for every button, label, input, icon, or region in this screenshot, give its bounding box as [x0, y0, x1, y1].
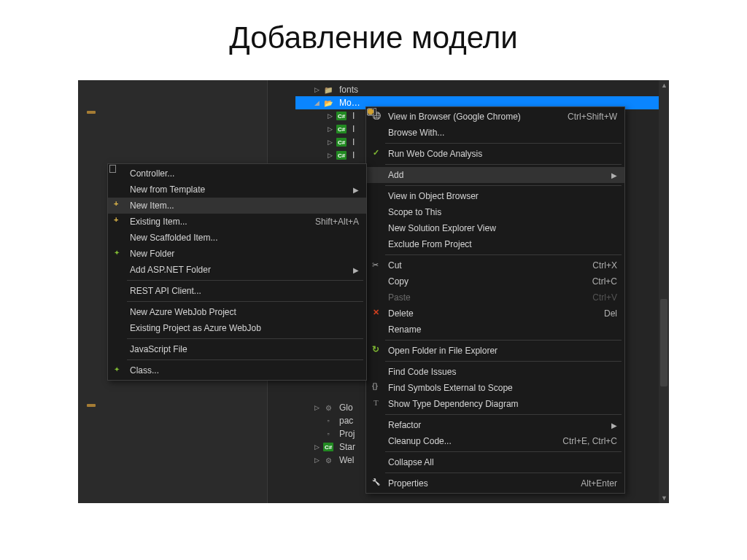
gutter-mark [87, 404, 96, 407]
spark-icon [114, 249, 124, 259]
menu-item[interactable]: New Item... [108, 198, 366, 214]
expander-icon[interactable]: ▷ [313, 404, 320, 411]
menu-item[interactable]: Run Web Code Analysis [366, 146, 624, 162]
menu-item-label: Browse With... [385, 128, 617, 138]
menu-separator [385, 451, 622, 452]
menu-item-label: New Item... [127, 201, 359, 211]
menu-item-label: Cut [385, 260, 575, 271]
expander-icon[interactable]: ▷ [313, 443, 320, 451]
submenu-arrow-icon: ▶ [594, 421, 617, 429]
menu-item[interactable]: PropertiesAlt+Enter [366, 475, 624, 491]
menu-item[interactable]: Existing Project as Azure WebJob [108, 320, 366, 336]
menu-item[interactable]: View in Object Browser [366, 188, 624, 204]
submenu-arrow-icon: ▶ [336, 186, 359, 194]
tree-item-label: fonts [336, 85, 358, 95]
menu-item[interactable]: Show Type Dependency Diagram [366, 396, 624, 412]
explorer-scrollbar[interactable]: ▲ ▼ [659, 80, 669, 503]
check-icon [372, 149, 382, 159]
menu-item[interactable]: Cleanup Code...Ctrl+E, Ctrl+C [366, 433, 624, 449]
expander-icon[interactable]: ▷ [313, 456, 320, 464]
context-menu-add[interactable]: Controller...New from Template▶New Item.… [107, 163, 367, 381]
menu-item[interactable]: CopyCtrl+C [366, 273, 624, 289]
spark-icon [114, 365, 124, 376]
menu-item-label: Delete [385, 308, 587, 319]
menu-item[interactable]: Scope to This [366, 204, 624, 220]
menu-item-label: Properties [385, 478, 563, 489]
submenu-arrow-icon: ▶ [594, 171, 617, 179]
refresh-icon [372, 346, 382, 356]
csharp-file-icon: C# [323, 443, 333, 451]
menu-item[interactable]: Find Code Issues [366, 364, 624, 380]
menu-separator [385, 414, 622, 415]
scroll-down-icon[interactable]: ▼ [661, 494, 667, 502]
tree-item-label: Ι [349, 111, 355, 121]
expander-icon[interactable] [313, 430, 320, 438]
menu-separator [385, 143, 622, 144]
menu-item-label: Add ASP.NET Folder [127, 265, 336, 275]
tree-item-label: Ι [349, 150, 355, 160]
tree-item-label: Ι [349, 124, 355, 134]
brace-icon [372, 383, 382, 393]
expander-icon[interactable]: ▷ [313, 86, 320, 93]
config-file-icon [323, 403, 333, 412]
file-icon [323, 429, 333, 438]
expander-icon[interactable] [313, 417, 320, 424]
menu-item[interactable]: New from Template▶ [108, 182, 366, 198]
expander-icon[interactable]: ▷ [326, 139, 333, 146]
menu-item-label: New Scaffolded Item... [127, 233, 359, 243]
menu-item-label: Run Web Code Analysis [385, 149, 617, 159]
menu-item[interactable]: Exclude From Project [366, 236, 624, 252]
menu-item[interactable]: CutCtrl+X [366, 257, 624, 273]
menu-item[interactable]: Existing Item...Shift+Alt+A [108, 214, 366, 230]
menu-item[interactable]: New Azure WebJob Project [108, 304, 366, 320]
menu-item[interactable]: View in Browser (Google Chrome)Ctrl+Shif… [366, 109, 624, 125]
menu-item-label: View in Browser (Google Chrome) [385, 112, 550, 122]
menu-item[interactable]: Class... [108, 362, 366, 378]
menu-item[interactable]: REST API Client... [108, 283, 366, 299]
menu-item[interactable]: Add ASP.NET Folder▶ [108, 262, 366, 278]
scroll-thumb[interactable] [660, 299, 667, 386]
menu-item-label: JavaScript File [127, 344, 359, 354]
expander-icon[interactable]: ◢ [313, 99, 320, 106]
menu-shortcut: Alt+Enter [563, 478, 617, 489]
menu-item[interactable]: New Scaffolded Item... [108, 230, 366, 246]
menu-item[interactable]: New Folder [108, 246, 366, 262]
menu-item[interactable]: Collapse All [366, 454, 624, 470]
menu-item-label: New Azure WebJob Project [127, 307, 359, 317]
menu-item[interactable]: Add▶ [366, 167, 624, 183]
menu-item[interactable]: Open Folder in File Explorer [366, 343, 624, 359]
csharp-file-icon: C# [336, 112, 347, 120]
menu-separator [127, 359, 363, 360]
menu-item-label: Paste [385, 292, 575, 303]
menu-separator [127, 280, 363, 281]
menu-separator [385, 361, 622, 362]
menu-separator [385, 185, 622, 186]
menu-item-label: View in Object Browser [385, 191, 617, 201]
menu-item[interactable]: Browse With... [366, 125, 624, 141]
menu-item-label: REST API Client... [127, 286, 359, 296]
tree-item-label: Glo [336, 402, 353, 413]
menu-item-label: Find Symbols External to Scope [385, 383, 617, 393]
menu-item[interactable]: DeleteDel [366, 306, 624, 322]
expander-icon[interactable]: ▷ [326, 112, 333, 120]
menu-item-label: Controller... [127, 168, 359, 179]
gutter-mark [87, 111, 96, 114]
menu-item[interactable]: Refactor▶ [366, 417, 624, 433]
menu-item[interactable]: Find Symbols External to Scope [366, 380, 624, 396]
menu-item[interactable]: JavaScript File [108, 341, 366, 357]
tree-item[interactable]: ▷fonts [295, 83, 669, 96]
menu-item-label: Scope to This [385, 207, 617, 217]
menu-shortcut: Ctrl+Shift+W [550, 112, 617, 122]
tree-item-label: pac [336, 416, 353, 426]
csharp-file-icon: C# [336, 151, 347, 160]
tree-item-label: Proj [336, 429, 355, 439]
menu-item[interactable]: Rename [366, 322, 624, 338]
context-menu-main[interactable]: View in Browser (Google Chrome)Ctrl+Shif… [365, 106, 625, 494]
tree-item-label: Star [336, 442, 355, 452]
expander-icon[interactable]: ▷ [326, 125, 333, 133]
expander-icon[interactable]: ▷ [326, 152, 333, 159]
scroll-up-icon[interactable]: ▲ [661, 82, 667, 89]
menu-item[interactable]: New Solution Explorer View [366, 220, 624, 236]
menu-item[interactable]: Controller... [108, 166, 366, 182]
menu-item-label: Show Type Dependency Diagram [385, 399, 617, 409]
